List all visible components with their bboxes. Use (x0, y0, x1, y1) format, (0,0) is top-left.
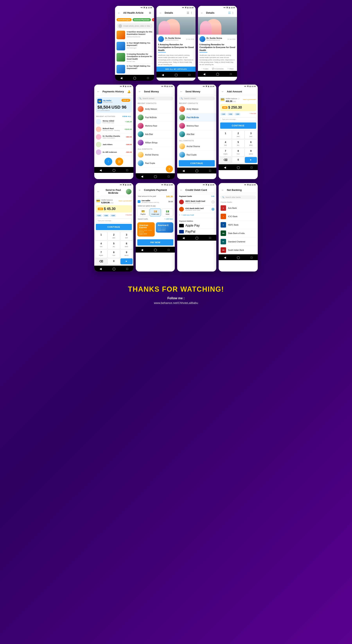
card-2[interactable]: American E •••• •••• Expire 09/23 (156, 222, 173, 237)
contact-r4[interactable]: Ada Blair (177, 130, 216, 138)
article-item-1[interactable]: 5 Nutrition Strategies for this Examinat… (115, 30, 154, 41)
icici-card-item[interactable]: ICICI Bank Debit Card 420000XX XXXX 2289 (177, 206, 216, 213)
nav-home-circle[interactable]: ◯ (133, 76, 136, 80)
key-3-8[interactable]: 3DEF (120, 232, 133, 240)
sib-bank-item[interactable]: SIB South Indian Bank (219, 246, 258, 254)
hdfc-radio[interactable] (212, 200, 214, 203)
see-all-button[interactable]: SEE ALL MY ARTICLES (156, 66, 196, 72)
contact-2[interactable]: Paul McBride (136, 113, 175, 122)
key-go[interactable]: ► (245, 157, 257, 163)
comments-reaction[interactable]: 💬 6 Comments (212, 68, 224, 70)
key-3[interactable]: 3DEF (245, 131, 257, 139)
nav-home-11[interactable]: ◯ (237, 256, 240, 259)
message-input-8[interactable]: Type your message... (96, 218, 132, 223)
settings-icon[interactable]: ⚙ (148, 11, 152, 15)
back-icon-11[interactable]: ← (221, 188, 225, 192)
key-1[interactable]: 1 (219, 131, 232, 139)
nav-recent-8[interactable]: □ (126, 267, 128, 270)
share-reaction[interactable]: ⇧ Share (227, 68, 234, 70)
key-9-8[interactable]: 9WXYZ (120, 250, 133, 258)
view-all-link[interactable]: View All (122, 116, 131, 118)
quick-add-200-8[interactable]: +200 (103, 214, 109, 217)
quick-add-300-8[interactable]: +300 (110, 214, 116, 217)
icici-radio[interactable] (212, 208, 214, 210)
back-icon-7[interactable]: ← (221, 90, 225, 94)
tag-dermatologist[interactable]: Dermatologist (117, 18, 132, 21)
icici-bank-item[interactable]: I ICICI Bank (219, 212, 258, 221)
fab-qr[interactable]: ☵ (115, 158, 123, 166)
continue-button-8[interactable]: CONTINUE (96, 224, 132, 230)
contact-4[interactable]: Ada Blair (136, 130, 175, 138)
behance-url[interactable]: www.behance.net/ChhoteLalBabu (8, 301, 344, 304)
nav-recent-11[interactable]: □ (251, 256, 252, 259)
nav-home-3[interactable]: ◯ (216, 72, 219, 76)
nav-home-5[interactable]: ◯ (154, 175, 157, 178)
nav-home-2[interactable]: ◯ (175, 73, 178, 76)
bank-search-input[interactable]: 🔍 Search other banks (220, 195, 256, 199)
key-8-8[interactable]: 8TUV (108, 250, 120, 258)
fab-add-contact[interactable]: + (166, 166, 173, 172)
nav-back-7[interactable]: ◀ (224, 166, 226, 169)
message-input-7[interactable]: Type your message... (220, 117, 256, 121)
activity-item-4[interactable]: Jack Ahlers -$48.00 (94, 141, 133, 148)
more-icon-3[interactable]: ⋮ (231, 11, 235, 15)
bookmark-icon[interactable]: ☵ (187, 11, 189, 14)
pay-now-button[interactable]: PAY NOW (137, 239, 173, 246)
activity-item-2[interactable]: Mukesh Raut Money received · Pending +$2… (94, 126, 133, 133)
key-del-8[interactable]: ⌫ (95, 258, 107, 264)
back-icon-9[interactable]: ← (138, 188, 142, 192)
continue-button-7[interactable]: CONTINUE (220, 122, 256, 129)
key-6-8[interactable]: 6MNO (120, 241, 133, 249)
contact-r2-selected[interactable]: Paul McBride (177, 113, 216, 122)
nav-back-triangle[interactable]: ◀ (120, 76, 122, 80)
nav-back-10[interactable]: ◀ (183, 236, 185, 240)
nav-back-3[interactable]: ◀ (203, 72, 205, 76)
edit-cards-link[interactable]: Edit (211, 195, 214, 197)
apple-pay-item[interactable]: Apple Pay (177, 223, 216, 229)
wallet-checkbox[interactable]: ✓ (138, 200, 140, 203)
continue-button-1[interactable]: CONTINUE (179, 160, 215, 166)
debit-option[interactable]: 💵 Debit (162, 208, 173, 216)
paypal-item[interactable]: PayPal (177, 229, 216, 235)
nav-recent-10[interactable]: □ (209, 236, 211, 240)
quick-add-100[interactable]: +100 (220, 113, 227, 116)
add-new-card-link[interactable]: + Add New (164, 218, 173, 220)
quick-add-300[interactable]: +300 (234, 113, 241, 116)
key-4[interactable]: 4GHI (219, 140, 232, 148)
contact-r5[interactable]: Anchal Sharma (177, 142, 216, 150)
back-icon-6[interactable]: ← (179, 90, 184, 94)
promo-link-8[interactable]: Have a promoode? (118, 200, 132, 202)
contact-5[interactable]: William Brings (136, 138, 175, 147)
nav-home-4[interactable]: ◯ (112, 168, 116, 172)
card-1[interactable]: American Express •••• •••• •••• 8603 Exp… (137, 222, 155, 237)
credit-card-option[interactable]: 💴 Credit card (150, 208, 161, 216)
key-8[interactable]: 8TUV (232, 148, 244, 156)
back-icon-8[interactable]: ← (96, 190, 100, 194)
nav-home-7[interactable]: ◯ (237, 166, 240, 169)
article-item-2[interactable]: Is Your Weight Making You Depressed? Der… (115, 41, 154, 52)
key-7-8[interactable]: 7PQRS (95, 250, 107, 258)
likes-reaction[interactable]: ♡ 5 Likes (202, 68, 208, 70)
back-icon-4[interactable]: ← (96, 90, 100, 94)
nav-back-5[interactable]: ◀ (141, 175, 143, 178)
contact-6[interactable]: Anchal Sharma (136, 150, 175, 159)
nav-home-9[interactable]: ◯ (154, 248, 157, 252)
nav-recent-7[interactable]: □ (251, 166, 252, 169)
back-icon-3[interactable]: ← (200, 11, 204, 15)
article-item-3[interactable]: 5 Amazing Remedies for Constipation to E… (115, 52, 154, 64)
promo-link-7[interactable]: Have a promoode? (243, 99, 256, 100)
contact-3[interactable]: Mishima Raut (136, 122, 175, 130)
nav-back-9[interactable]: ◀ (141, 248, 143, 252)
key-0[interactable]: 0 (232, 157, 244, 163)
activity-item-5[interactable]: Dr. Bill Anderson -$20.30 (94, 148, 133, 156)
key-2-8[interactable]: 2ABC (108, 232, 120, 240)
paypal-option[interactable]: 💳 PayPal (137, 208, 149, 216)
back-icon[interactable]: ← (117, 11, 121, 15)
add-new-card-row[interactable]: + + Add new Card (177, 213, 216, 217)
tag-general-physician[interactable]: General Physician (133, 18, 151, 21)
more-icon[interactable]: ⋮ (189, 11, 194, 15)
notification-icon[interactable]: 🔔 (126, 90, 131, 94)
nav-recent-3[interactable]: □ (230, 72, 232, 76)
quick-add-100-8[interactable]: +100 (96, 214, 102, 217)
nav-home-8[interactable]: ◯ (112, 267, 116, 270)
